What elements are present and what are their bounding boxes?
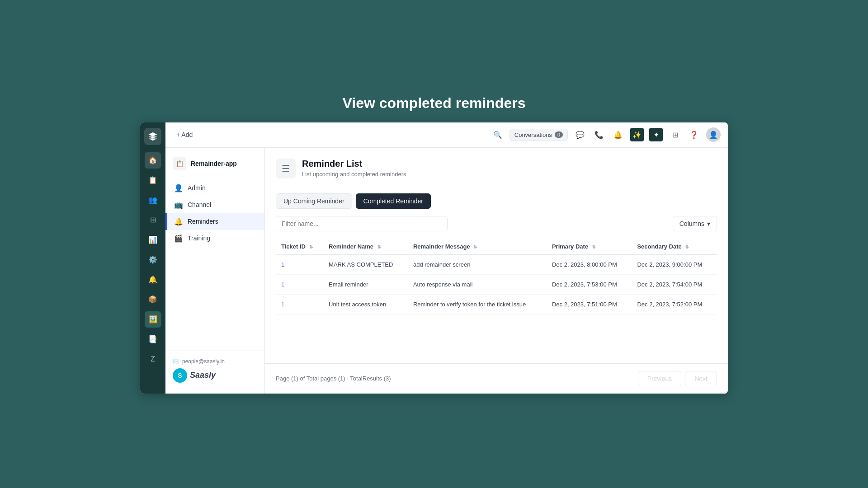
sidebar-box-icon[interactable]: 📦 (145, 291, 161, 308)
table-row: 1 Email reminder Auto response via mail … (276, 274, 717, 294)
app-header: 📋 Remainder-app (165, 151, 264, 176)
cell-primary-date: Dec 2, 2023, 7:53:00 PM (547, 274, 632, 294)
app-icon: 📋 (173, 157, 186, 170)
col-reminder-name[interactable]: Reminder Name ⇅ (323, 239, 408, 255)
nav-item-reminders[interactable]: 🔔 Reminders (165, 213, 264, 230)
table-header: Ticket ID ⇅ Reminder Name ⇅ Remainder Me… (276, 239, 717, 255)
channel-icon: 📺 (174, 201, 183, 209)
table-body: 1 MARK AS COMPLETED add remainder screen… (276, 254, 717, 314)
sort-icon-primary: ⇅ (592, 244, 595, 249)
content-area: 📋 Remainder-app 👤 Admin 📺 Channel 🔔 Remi… (165, 148, 728, 394)
app-area: + Add 🔍 Conversations 0 💬 📞 🔔 ✨ ✦ ⊞ ❓ 👤 … (165, 122, 728, 394)
ticket-link[interactable]: 1 (281, 281, 284, 288)
col-primary-date[interactable]: Primary Date ⇅ (547, 239, 632, 255)
cell-reminder-name: Unit test access token (323, 294, 408, 314)
main-content: ☰ Reminder List List upcoming and comple… (265, 148, 728, 394)
reminder-list-title: Reminder List (302, 159, 406, 169)
conversations-button[interactable]: Conversations 0 (509, 129, 568, 141)
reminder-header: ☰ Reminder List List upcoming and comple… (265, 148, 728, 186)
previous-button[interactable]: Previous (638, 371, 681, 386)
sidebar-layer-icon[interactable]: 📑 (145, 331, 161, 347)
app-logo[interactable] (144, 128, 161, 145)
help-icon[interactable]: ❓ (687, 128, 701, 141)
topbar: + Add 🔍 Conversations 0 💬 📞 🔔 ✨ ✦ ⊞ ❓ 👤 (165, 122, 728, 148)
sidebar-home-icon[interactable]: 🏠 (145, 152, 161, 169)
sidebar-chart-icon[interactable]: 📊 (145, 232, 161, 248)
sort-icon-name: ⇅ (377, 244, 381, 249)
reminders-icon: 🔔 (174, 217, 183, 226)
nav-item-channel-label: Channel (188, 201, 211, 208)
table-row: 1 Unit test access token Reminder to ver… (276, 294, 717, 314)
sidebar-bell-icon[interactable]: 🔔 (145, 272, 161, 288)
filter-input[interactable] (276, 216, 448, 231)
tab-completed-reminder[interactable]: Completed Reminder (356, 193, 431, 209)
footer-email: ✉️ people@saasly.in (173, 358, 257, 365)
phone-icon[interactable]: 📞 (592, 128, 606, 141)
cell-secondary-date: Dec 2, 2023, 9:00:00 PM (632, 254, 717, 274)
left-nav: 📋 Remainder-app 👤 Admin 📺 Channel 🔔 Remi… (165, 148, 265, 394)
reminder-header-text: Reminder List List upcoming and complete… (302, 159, 406, 178)
magic-icon-1[interactable]: ✨ (630, 128, 644, 141)
cell-remainder-message: add remainder screen (408, 254, 547, 274)
chat-icon[interactable]: 💬 (573, 128, 587, 141)
main-container: 🏠 📋 👥 ⊞ 📊 ⚙️ 🔔 📦 🖼️ 📑 Z + Add 🔍 Conversa… (140, 122, 728, 394)
columns-chevron-icon: ▾ (707, 220, 710, 227)
table-row: 1 MARK AS COMPLETED add remainder screen… (276, 254, 717, 274)
col-ticket-id[interactable]: Ticket ID ⇅ (276, 239, 323, 255)
conversations-label: Conversations (514, 131, 552, 138)
cell-primary-date: Dec 2, 2023, 7:51:00 PM (547, 294, 632, 314)
email-icon: ✉️ (173, 358, 179, 365)
columns-button[interactable]: Columns ▾ (673, 216, 717, 231)
cell-remainder-message: Auto response via mail (408, 274, 547, 294)
nav-item-training-label: Training (188, 235, 210, 242)
nav-item-training[interactable]: 🎬 Training (165, 230, 264, 247)
pagination-info: Page (1) of Total pages (1) · TotalResul… (276, 375, 638, 382)
add-button[interactable]: + Add (173, 129, 196, 140)
nav-footer: ✉️ people@saasly.in S Saasly (165, 351, 264, 390)
sidebar-zendesk-icon[interactable]: Z (145, 351, 161, 367)
sort-icon-secondary: ⇅ (685, 244, 689, 249)
reminder-list-subtitle: List upcoming and completed reminders (302, 171, 406, 178)
sidebar-reports-icon[interactable]: 📋 (145, 172, 161, 188)
reminders-table: Ticket ID ⇅ Reminder Name ⇅ Remainder Me… (276, 239, 717, 314)
saasly-logo: S Saasly (173, 368, 257, 383)
cell-reminder-name: MARK AS COMPLETED (323, 254, 408, 274)
conversations-badge: 0 (555, 131, 563, 138)
footer-email-text: people@saasly.in (182, 358, 225, 365)
next-button[interactable]: Next (685, 371, 717, 386)
nav-item-channel[interactable]: 📺 Channel (165, 197, 264, 213)
sidebar-settings-icon[interactable]: ⚙️ (145, 252, 161, 268)
admin-icon: 👤 (174, 184, 183, 192)
saasly-icon: S (173, 368, 187, 383)
cell-ticket-id: 1 (276, 294, 323, 314)
sidebar-contacts-icon[interactable]: 👥 (145, 192, 161, 208)
col-remainder-message[interactable]: Remainder Message ⇅ (408, 239, 547, 255)
pagination-buttons: Previous Next (638, 371, 717, 386)
sort-icon-ticket: ⇅ (309, 244, 313, 249)
apps-grid-icon[interactable]: ⊞ (668, 128, 682, 141)
ticket-link[interactable]: 1 (281, 301, 284, 308)
tab-upcoming-reminder[interactable]: Up Coming Reminder (276, 193, 352, 209)
cell-secondary-date: Dec 2, 2023, 7:54:00 PM (632, 274, 717, 294)
page-title: View completed reminders (0, 95, 868, 112)
reminder-list-icon: ☰ (276, 159, 296, 178)
nav-item-admin[interactable]: 👤 Admin (165, 180, 264, 197)
user-avatar[interactable]: 👤 (706, 127, 721, 142)
sidebar-active-icon[interactable]: 🖼️ (145, 311, 161, 328)
app-name: Remainder-app (191, 160, 237, 167)
sort-icon-message: ⇅ (473, 244, 477, 249)
search-icon[interactable]: 🔍 (491, 128, 504, 141)
nav-item-reminders-label: Reminders (188, 218, 218, 225)
notification-icon[interactable]: 🔔 (611, 128, 625, 141)
magic-icon-2[interactable]: ✦ (649, 128, 663, 141)
columns-label: Columns (679, 220, 704, 227)
cell-primary-date: Dec 2, 2023, 8:00:00 PM (547, 254, 632, 274)
ticket-link[interactable]: 1 (281, 261, 284, 268)
sidebar-grid-icon[interactable]: ⊞ (145, 212, 161, 228)
col-secondary-date[interactable]: Secondary Date ⇅ (632, 239, 717, 255)
cell-secondary-date: Dec 2, 2023, 7:52:00 PM (632, 294, 717, 314)
cell-ticket-id: 1 (276, 274, 323, 294)
icon-sidebar: 🏠 📋 👥 ⊞ 📊 ⚙️ 🔔 📦 🖼️ 📑 Z (140, 122, 165, 394)
cell-ticket-id: 1 (276, 254, 323, 274)
cell-remainder-message: Reminder to verify token for the ticket … (408, 294, 547, 314)
